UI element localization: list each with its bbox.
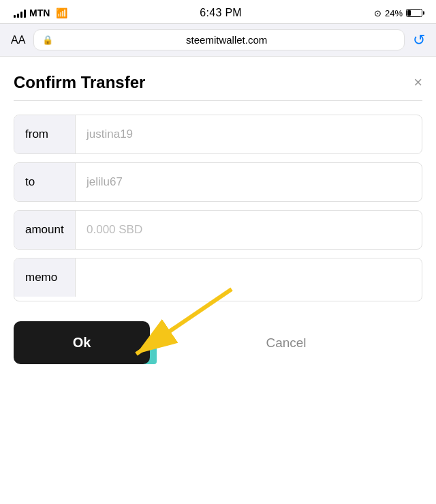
header-divider — [14, 100, 422, 101]
battery-percent: 24% — [385, 8, 403, 18]
status-right: ⊙ 24% — [374, 8, 422, 18]
buttons-row: Ok Cancel — [14, 321, 422, 364]
memo-field: memo — [14, 258, 422, 301]
ok-button[interactable]: Ok — [14, 321, 150, 364]
status-left: MTN 📶 — [14, 8, 67, 18]
aa-button[interactable]: AA — [11, 34, 25, 46]
amount-value: 0.000 SBD — [76, 211, 422, 249]
to-field: to jelilu67 — [14, 162, 422, 202]
memo-value — [76, 258, 422, 283]
main-content: Confirm Transfer × from justina19 to jel… — [0, 57, 436, 378]
wifi-icon: 📶 — [56, 8, 67, 18]
from-value: justina19 — [76, 115, 422, 153]
amount-field: amount 0.000 SBD — [14, 210, 422, 250]
ok-button-container: Ok — [14, 321, 150, 364]
from-label: from — [14, 115, 76, 153]
memo-label: memo — [14, 258, 76, 297]
battery-icon — [406, 9, 422, 17]
confirm-transfer-dialog: Confirm Transfer × from justina19 to jel… — [14, 73, 422, 364]
url-bar[interactable]: 🔒 steemitwallet.com — [33, 29, 405, 50]
arrow-annotation: Ok Cancel — [14, 310, 422, 364]
url-text: steemitwallet.com — [57, 34, 396, 46]
from-field: from justina19 — [14, 115, 422, 154]
lock-icon: 🔒 — [42, 35, 53, 45]
browser-bar: AA 🔒 steemitwallet.com ↺ — [0, 23, 436, 57]
signal-icon — [14, 8, 26, 18]
location-icon: ⊙ — [374, 8, 382, 18]
close-button[interactable]: × — [414, 75, 422, 90]
carrier-label: MTN — [29, 8, 50, 18]
time-label: 6:43 PM — [200, 7, 242, 19]
to-value: jelilu67 — [76, 163, 422, 201]
dialog-title: Confirm Transfer — [14, 73, 145, 92]
cancel-button[interactable]: Cancel — [150, 336, 422, 351]
to-label: to — [14, 163, 76, 201]
dialog-header: Confirm Transfer × — [14, 73, 422, 92]
refresh-button[interactable]: ↺ — [413, 31, 425, 49]
status-bar: MTN 📶 6:43 PM ⊙ 24% — [0, 0, 436, 23]
amount-label: amount — [14, 211, 76, 249]
